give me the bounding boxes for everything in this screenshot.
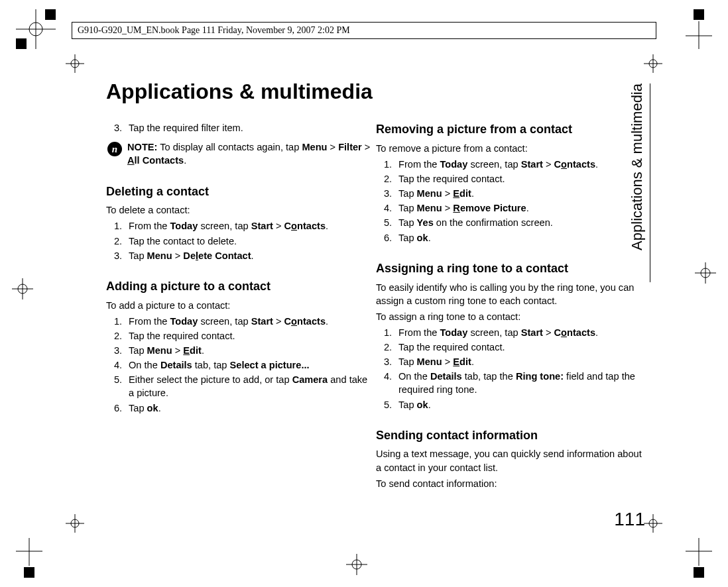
cropmark-inner-br-icon bbox=[644, 514, 662, 533]
delete-step-1: 1.From the Today screen, tap Start > Con… bbox=[106, 219, 372, 233]
add-step-2: 2.Tap the required contact. bbox=[106, 329, 372, 343]
removing-heading: Removing a picture from a contact bbox=[376, 121, 643, 138]
svg-rect-11 bbox=[694, 567, 704, 578]
ring-step-5: 5.Tap ok. bbox=[376, 398, 643, 411]
svg-rect-5 bbox=[694, 9, 704, 20]
add-step-3: 3.Tap Menu > Edit. bbox=[106, 344, 372, 357]
page-content: Applications & multimedia 3.Tap the requ… bbox=[106, 80, 643, 543]
adding-heading: Adding a picture to a contact bbox=[106, 278, 372, 295]
rem-step-4: 4.Tap Menu > Remove Picture. bbox=[376, 201, 643, 215]
add-step-6: 6.Tap ok. bbox=[106, 401, 372, 415]
removing-lead: To remove a picture from a contact: bbox=[376, 142, 643, 155]
send-heading: Sending contact information bbox=[376, 427, 643, 444]
send-lead: To send contact information: bbox=[376, 477, 643, 490]
sidemark-bottom-icon bbox=[346, 554, 367, 578]
cropmark-inner-tl-icon bbox=[66, 54, 84, 73]
svg-rect-3 bbox=[16, 38, 27, 49]
rem-step-2: 2.Tap the required contact. bbox=[376, 172, 643, 186]
right-column: Removing a picture from a contact To rem… bbox=[376, 121, 643, 493]
ring-step-1: 1.From the Today screen, tap Start > Con… bbox=[376, 326, 643, 339]
cropmark-top-left-icon bbox=[16, 9, 56, 49]
svg-rect-4 bbox=[45, 9, 56, 20]
note-icon: n bbox=[107, 142, 122, 156]
cropmark-bottom-right-icon bbox=[686, 538, 712, 578]
left-column: 3.Tap the required filter item. n NOTE: … bbox=[106, 121, 372, 493]
deleting-heading: Deleting a contact bbox=[106, 184, 372, 200]
delete-step-2: 2.Tap the contact to delete. bbox=[106, 235, 372, 248]
sidemark-left-icon bbox=[12, 278, 33, 302]
cropmark-bottom-left-icon bbox=[16, 538, 42, 578]
deleting-lead: To delete a contact: bbox=[106, 203, 372, 217]
svg-rect-8 bbox=[24, 567, 34, 578]
ring-step-4: 4.On the Details tab, tap the Ring tone:… bbox=[376, 370, 643, 396]
rem-step-5: 5.Tap Yes on the confirmation screen. bbox=[376, 216, 643, 229]
filter-step-3: 3.Tap the required filter item. bbox=[106, 121, 372, 134]
cropmark-inner-tr-icon bbox=[644, 54, 662, 73]
book-header-line: G910-G920_UM_EN.book Page 111 Friday, No… bbox=[72, 22, 656, 39]
rem-step-6: 6.Tap ok. bbox=[376, 231, 643, 244]
note-text: NOTE: To display all contacts again, tap… bbox=[127, 141, 372, 167]
side-section-label: Applications & multimedia bbox=[650, 83, 650, 282]
cropmark-inner-bl-icon bbox=[66, 514, 84, 533]
adding-lead: To add a picture to a contact: bbox=[106, 299, 372, 312]
ring-para: To easily identify who is calling you by… bbox=[376, 281, 643, 307]
rem-step-1: 1.From the Today screen, tap Start > Con… bbox=[376, 158, 643, 171]
ring-heading: Assigning a ring tone to a contact bbox=[376, 260, 643, 277]
add-step-1: 1.From the Today screen, tap Start > Con… bbox=[106, 315, 372, 328]
cropmark-top-right-icon bbox=[686, 9, 712, 49]
ring-step-3: 3.Tap Menu > Edit. bbox=[376, 355, 643, 368]
note-box: n NOTE: To display all contacts again, t… bbox=[107, 141, 372, 167]
sidemark-right-icon bbox=[695, 262, 716, 286]
ring-lead: To assign a ring tone to a contact: bbox=[376, 310, 643, 323]
delete-step-3: 3.Tap Menu > Delete Contact. bbox=[106, 249, 372, 262]
ring-step-2: 2.Tap the required contact. bbox=[376, 341, 643, 354]
page-title: Applications & multimedia bbox=[106, 80, 643, 104]
rem-step-3: 3.Tap Menu > Edit. bbox=[376, 187, 643, 200]
send-para: Using a text message, you can quickly se… bbox=[376, 447, 643, 474]
add-step-4: 4.On the Details tab, tap Select a pictu… bbox=[106, 358, 372, 372]
add-step-5: 5.Either select the picture to add, or t… bbox=[106, 373, 372, 400]
